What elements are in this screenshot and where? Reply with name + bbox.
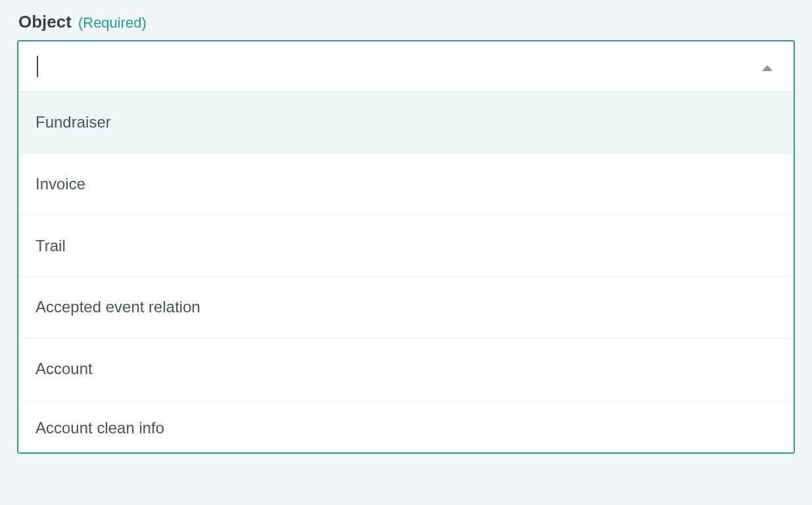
select-input-row[interactable] (18, 41, 794, 91)
field-label-row: Object (Required) (17, 12, 795, 32)
object-search-input[interactable] (38, 57, 762, 76)
dropdown-option-account[interactable]: Account (18, 339, 794, 400)
required-tag: (Required) (78, 14, 147, 32)
dropdown-option-accepted-event-relation[interactable]: Accepted event relation (18, 277, 794, 339)
dropdown-option-invoice[interactable]: Invoice (18, 154, 794, 216)
field-label: Object (18, 12, 72, 32)
dropdown-option-trail[interactable]: Trail (18, 216, 794, 277)
dropdown-option-account-clean-info[interactable]: Account clean info (18, 400, 794, 452)
dropdown-list: Fundraiser Invoice Trail Accepted event … (18, 91, 794, 452)
object-select[interactable]: Fundraiser Invoice Trail Accepted event … (17, 40, 795, 454)
dropdown-option-fundraiser[interactable]: Fundraiser (18, 92, 794, 154)
chevron-up-icon[interactable] (762, 65, 773, 71)
